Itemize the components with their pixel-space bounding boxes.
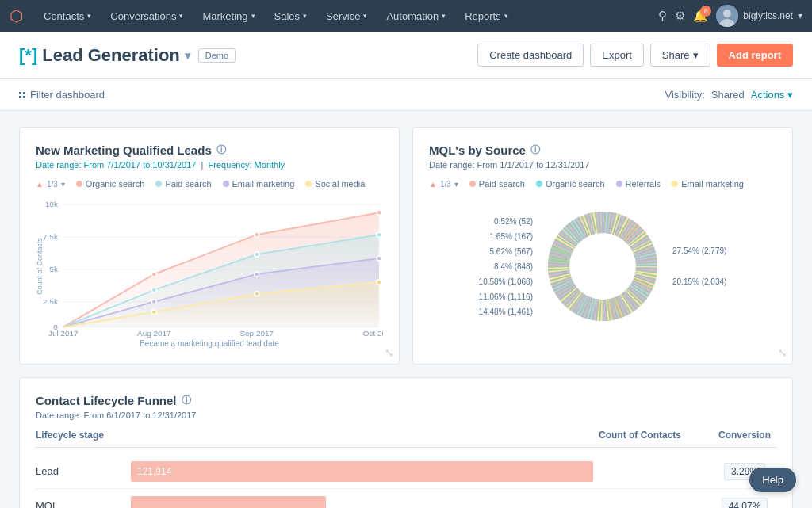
nav-conversations[interactable]: Conversations ▾ bbox=[102, 0, 191, 32]
donut-label: 5.62% (567) bbox=[479, 247, 533, 256]
svg-text:2.5k: 2.5k bbox=[43, 297, 58, 306]
donut-svg bbox=[539, 203, 666, 330]
title-dropdown-icon[interactable]: ▾ bbox=[185, 49, 190, 62]
svg-text:10k: 10k bbox=[45, 200, 58, 208]
filter-dashboard-button[interactable]: Filter dashboard bbox=[19, 89, 105, 101]
main-content: New Marketing Qualified Leads ⓘ Date ran… bbox=[0, 111, 812, 508]
nav-marketing[interactable]: Marketing ▾ bbox=[194, 0, 262, 32]
legend-social: Social media bbox=[305, 179, 365, 189]
svg-point-24 bbox=[255, 272, 259, 277]
resize-handle[interactable]: ⤡ bbox=[778, 346, 787, 359]
legend-paid: Paid search bbox=[469, 179, 525, 189]
header-right: Create dashboard Export Share ▾ Add repo… bbox=[477, 44, 793, 67]
svg-point-1 bbox=[723, 10, 731, 17]
lifecycle-title: Contact Lifecycle Funnel ⓘ bbox=[36, 394, 776, 407]
legend-item: ▲ 1/3 ▾ bbox=[429, 179, 458, 189]
chevron-down-icon: ▾ bbox=[787, 89, 793, 101]
legend-organic: Organic search bbox=[76, 179, 145, 189]
chevron-down-icon: ▾ bbox=[363, 12, 367, 20]
nav-reports[interactable]: Reports ▾ bbox=[457, 0, 516, 32]
lifecycle-bar: 121,914 bbox=[131, 461, 593, 482]
svg-point-19 bbox=[377, 210, 381, 215]
visibility-value: Shared bbox=[711, 89, 745, 101]
chevron-down-icon: ▾ bbox=[798, 10, 802, 21]
add-report-button[interactable]: Add report bbox=[717, 44, 793, 67]
svg-point-23 bbox=[151, 300, 156, 304]
donut-label: 20.15% (2,034) bbox=[672, 277, 726, 286]
legend-referrals: Referrals bbox=[616, 179, 661, 189]
x-axis-label: Became a marketing qualified lead date bbox=[36, 339, 383, 348]
visibility-label: Visibility: bbox=[665, 89, 704, 101]
legend-item: ▲ 1/3 ▾ bbox=[36, 179, 65, 189]
share-button[interactable]: Share ▾ bbox=[650, 44, 710, 67]
search-icon[interactable]: ⚲ bbox=[658, 9, 667, 23]
resize-handle[interactable]: ⤡ bbox=[385, 346, 394, 359]
settings-icon[interactable]: ⚙ bbox=[675, 9, 685, 23]
mql-chart-card: New Marketing Qualified Leads ⓘ Date ran… bbox=[19, 127, 400, 365]
lifecycle-bar bbox=[131, 496, 326, 509]
chart-svg: 10k 7.5k 5k 2.5k 0 bbox=[36, 195, 383, 338]
page-title: [*] Lead Generation ▾ bbox=[19, 45, 190, 66]
svg-point-18 bbox=[255, 232, 259, 237]
lifecycle-stage-label: MQL bbox=[36, 500, 131, 508]
donut-label: 11.06% (1,116) bbox=[479, 292, 533, 301]
donut-label: 1.65% (167) bbox=[479, 232, 533, 241]
lifecycle-row-mql: MQL 44.07% bbox=[36, 489, 776, 508]
lifecycle-card: Contact Lifecycle Funnel ⓘ Date range: F… bbox=[19, 377, 793, 508]
help-button[interactable]: Help bbox=[749, 468, 796, 492]
lifecycle-conversion: 44.07% bbox=[713, 498, 776, 509]
header-left: [*] Lead Generation ▾ Demo bbox=[19, 45, 236, 66]
nav-service[interactable]: Service ▾ bbox=[318, 0, 375, 32]
legend-email: Email marketing bbox=[672, 179, 744, 189]
info-icon[interactable]: ⓘ bbox=[182, 394, 191, 407]
svg-point-43 bbox=[569, 233, 636, 300]
dashboard-grid: New Marketing Qualified Leads ⓘ Date ran… bbox=[19, 127, 793, 365]
info-icon[interactable]: ⓘ bbox=[530, 143, 540, 157]
navbar: ⬡ Contacts ▾ Conversations ▾ Marketing ▾… bbox=[0, 0, 812, 32]
svg-text:7.5k: 7.5k bbox=[43, 232, 58, 241]
create-dashboard-button[interactable]: Create dashboard bbox=[477, 44, 584, 67]
svg-point-27 bbox=[255, 292, 259, 296]
svg-text:Jul 2017: Jul 2017 bbox=[48, 329, 79, 338]
donut-label: 0.52% (52) bbox=[479, 217, 533, 226]
chevron-down-icon: ▾ bbox=[87, 12, 91, 20]
chevron-down-icon: ▾ bbox=[179, 12, 183, 20]
donut-label: 10.58% (1,068) bbox=[479, 277, 533, 286]
nav-contacts[interactable]: Contacts ▾ bbox=[36, 0, 99, 32]
notifications-icon[interactable]: 🔔 8 bbox=[693, 9, 708, 23]
user-menu[interactable]: biglytics.net ▾ bbox=[716, 5, 802, 27]
svg-point-21 bbox=[255, 252, 259, 257]
donut-right-labels: 27.54% (2,779) 20.15% (2,034) bbox=[672, 246, 726, 286]
chevron-down-icon: ▾ bbox=[303, 12, 307, 20]
svg-text:Oct 2017: Oct 2017 bbox=[363, 329, 383, 338]
svg-text:5k: 5k bbox=[49, 265, 58, 273]
svg-point-28 bbox=[377, 280, 381, 285]
actions-link[interactable]: Actions ▾ bbox=[751, 89, 793, 101]
info-icon[interactable]: ⓘ bbox=[216, 143, 226, 157]
grid-icon bbox=[19, 92, 25, 98]
donut-chart-area: 0.52% (52) 1.65% (167) 5.62% (567) 8.4% … bbox=[429, 195, 776, 338]
mql-line-chart: 10k 7.5k 5k 2.5k 0 bbox=[36, 195, 383, 338]
svg-text:Sep 2017: Sep 2017 bbox=[239, 329, 274, 338]
svg-point-20 bbox=[151, 288, 156, 292]
mql-source-card: MQL's by Source ⓘ Date range: From 1/1/2… bbox=[412, 127, 793, 365]
filter-bar: Filter dashboard Visibility: Shared Acti… bbox=[0, 79, 812, 111]
svg-text:Aug 2017: Aug 2017 bbox=[137, 329, 171, 338]
lifecycle-row-lead: Lead 121,914 3.29% bbox=[36, 454, 776, 489]
lifecycle-stage-label: Lead bbox=[36, 465, 131, 477]
svg-point-26 bbox=[151, 310, 156, 315]
lifecycle-bar-area: 121,914 bbox=[131, 461, 634, 482]
nav-automation[interactable]: Automation ▾ bbox=[378, 0, 454, 32]
donut-label: 14.48% (1,461) bbox=[479, 307, 533, 316]
chevron-down-icon: ▾ bbox=[61, 180, 65, 189]
hubspot-logo[interactable]: ⬡ bbox=[10, 6, 23, 25]
donut-label: 27.54% (2,779) bbox=[672, 246, 726, 255]
nav-sales[interactable]: Sales ▾ bbox=[266, 0, 316, 32]
mql-chart-title: New Marketing Qualified Leads ⓘ bbox=[36, 143, 383, 157]
legend-organic: Organic search bbox=[536, 179, 605, 189]
donut-label: 8.4% (848) bbox=[479, 262, 533, 271]
legend-email: Email marketing bbox=[223, 179, 295, 189]
export-button[interactable]: Export bbox=[590, 44, 644, 67]
mql-source-title: MQL's by Source ⓘ bbox=[429, 143, 776, 157]
mql-source-legend: ▲ 1/3 ▾ Paid search Organic search Refer… bbox=[429, 179, 776, 189]
